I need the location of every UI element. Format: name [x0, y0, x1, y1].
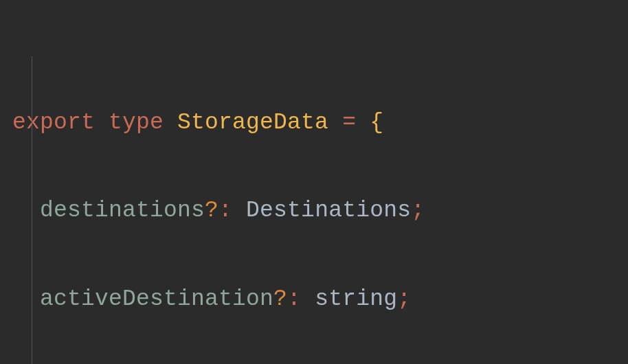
optional-marker: ? [205, 198, 218, 223]
colon: : [287, 286, 301, 312]
colon: : [218, 198, 232, 223]
code-line-2: destinations?: Destinations; [12, 189, 616, 233]
property-type: string [315, 286, 397, 312]
property-name: destinations [40, 198, 205, 223]
keyword-type: type [109, 110, 164, 135]
semicolon: ; [397, 286, 411, 312]
equals-operator: = [342, 110, 356, 135]
property-name: activeDestination [40, 286, 273, 312]
type-name: StorageData [177, 110, 328, 135]
semicolon: ; [411, 198, 425, 223]
code-line-3: activeDestination?: string; [12, 277, 616, 321]
keyword-export: export [12, 110, 95, 135]
code-block: export type StorageData = { destinations… [12, 12, 616, 364]
optional-marker: ? [273, 286, 287, 312]
code-line-1: export type StorageData = { [12, 101, 616, 145]
indent-guide [32, 56, 32, 364]
property-type: Destinations [246, 198, 411, 223]
open-brace: { [370, 110, 383, 135]
